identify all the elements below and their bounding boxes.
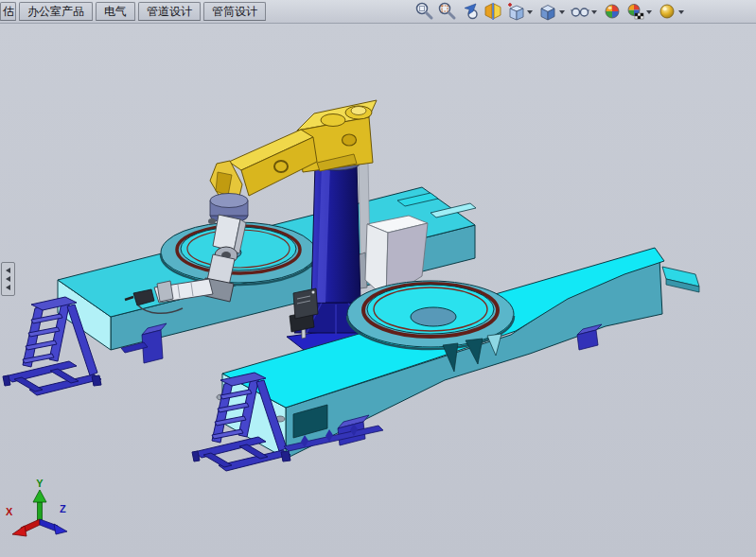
collapse-arrows-icon (6, 285, 10, 290)
tab-tubing-design[interactable]: 管筒设计 (203, 2, 266, 21)
tab-electrical[interactable]: 电气 (96, 2, 135, 21)
apply-scene-flyout-caret[interactable] (646, 10, 652, 14)
z-axis-label: Z (60, 503, 66, 514)
tab-piping-design[interactable]: 管道设计 (138, 2, 201, 21)
section-cut-icon (483, 1, 503, 22)
hide-show-items-flyout-caret[interactable] (591, 10, 597, 14)
shaded-cube-icon (537, 1, 558, 22)
torch-clamp (157, 281, 173, 302)
scene-ball-checker-icon (624, 1, 645, 22)
top-toolbar: 估 办公室产品 电气 管道设计 管筒设计 (0, 0, 756, 24)
section-view-button[interactable] (482, 1, 503, 22)
tab-office-products[interactable]: 办公室产品 (19, 2, 93, 21)
viewport-3d[interactable]: Y X Z (0, 23, 756, 557)
feature-panel-expander[interactable] (1, 262, 15, 296)
x-axis-label: X (6, 506, 13, 517)
display-style-button[interactable] (536, 1, 558, 22)
view-settings-flyout-caret[interactable] (678, 10, 684, 14)
edit-appearance-button[interactable] (601, 1, 623, 22)
heads-up-view-toolbar (413, 0, 687, 23)
view-settings-button[interactable] (656, 1, 677, 22)
collapse-arrows-icon (6, 268, 10, 273)
magnifier-area-icon (437, 1, 458, 22)
display-style-flyout-caret[interactable] (559, 10, 565, 14)
zoom-to-fit-button[interactable] (413, 1, 435, 22)
tab-evaluate-partial[interactable]: 估 (0, 2, 16, 21)
gold-sphere-icon (657, 1, 677, 22)
color-ball-icon (602, 1, 623, 22)
eyeglasses-icon (570, 1, 590, 22)
view-orientation-flyout-caret[interactable] (527, 10, 533, 14)
back-arrow-view-icon (460, 1, 481, 22)
apply-scene-button[interactable] (624, 1, 645, 22)
view-orientation-button[interactable] (504, 1, 526, 22)
collapse-arrows-icon (6, 276, 10, 282)
cube-plus-icon (505, 1, 526, 22)
zoom-to-area-button[interactable] (436, 1, 458, 22)
robot-motor-boss (321, 114, 345, 127)
previous-view-button[interactable] (459, 1, 481, 22)
magnifier-icon (414, 1, 435, 22)
y-axis-label: Y (36, 478, 44, 489)
robot-head-hole (343, 134, 357, 146)
hide-show-items-button[interactable] (569, 1, 590, 22)
commandmanager-tabs: 估 办公室产品 电气 管道设计 管筒设计 (0, 2, 266, 22)
